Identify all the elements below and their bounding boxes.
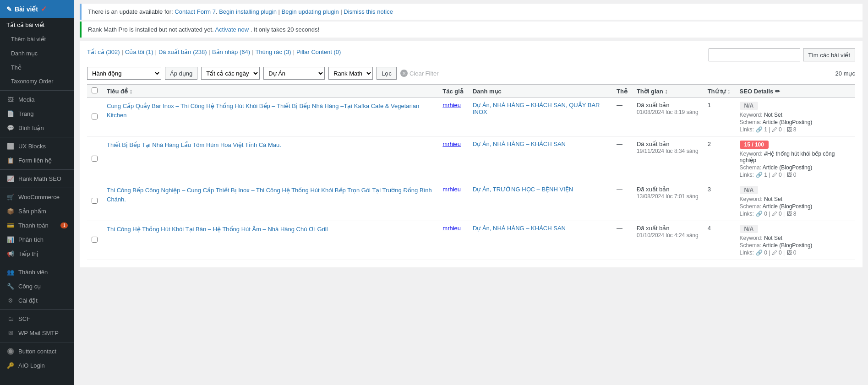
row-checkbox[interactable] — [92, 156, 98, 162]
sidebar-item-trang[interactable]: 📄 Trang — [0, 107, 74, 121]
sidebar-item-wp-mail-smtp[interactable]: ✉ WP Mail SMTP — [0, 326, 74, 340]
contact-form-7-link[interactable]: Contact Form 7 — [175, 8, 216, 15]
seo-col-header: SEO Details ✏ — [735, 85, 855, 98]
item-count: 20 mục — [835, 70, 855, 77]
clear-filter-button[interactable]: ✕ Clear Filter — [400, 70, 439, 77]
cong-cu-icon: 🔧 — [6, 283, 15, 290]
date-status: Đã xuất bản — [637, 141, 670, 147]
sidebar-item-woocommerce[interactable]: 🛒 WooCommerce — [0, 190, 74, 204]
post-title-link[interactable]: Thi Công Bếp Công Nghiệp – Cung Cấp Thiế… — [107, 187, 432, 203]
sidebar-item-thanh-toan[interactable]: 💳 Thanh toán 1 — [0, 218, 74, 233]
row-checkbox-cell[interactable] — [87, 221, 102, 260]
seo-links-line: Links: 🔗 1 | 🖊 0 | 🖼 0 — [740, 172, 851, 178]
links-value: 🔗 1 | 🖊 0 | 🖼 0 — [756, 172, 797, 178]
category-link[interactable]: Dự Án, NHÀ HÀNG – KHÁCH SAN, QUẦY BAR IN… — [473, 102, 600, 115]
sidebar-item-label: WP Mail SMTP — [18, 330, 59, 336]
sidebar-item-phan-tich[interactable]: 📊 Phân tích — [0, 233, 74, 247]
post-title-link[interactable]: Thiết Bị Bếp Tại Nhà Hàng Lẩu Tôm Hùm Ho… — [107, 141, 281, 148]
sidebar-item-label: Sản phẩm — [18, 208, 46, 215]
begin-installing-link[interactable]: Begin installing plugin — [219, 8, 277, 15]
row-checkbox-cell[interactable] — [87, 182, 102, 221]
sep1 — [0, 90, 74, 91]
filter-tab-tat-ca[interactable]: Tất cả (302) — [87, 49, 120, 61]
ux-icon: ⬜ — [6, 143, 15, 150]
category-link[interactable]: Dự Án, TRƯỜNG HỌC – BỆNH VIỆN — [473, 186, 573, 193]
sidebar-item-cong-cu[interactable]: 🔧 Công cụ — [0, 279, 74, 293]
rank-math-filter-select[interactable]: Rank Math Tất cả — [328, 67, 373, 80]
sidebar-item-label: WooCommerce — [18, 194, 60, 201]
filter-tab-cua-toi[interactable]: Của tôi (1) — [125, 49, 153, 61]
category-filter-select[interactable]: Dự Án Tất cả danh mục — [263, 67, 325, 80]
sidebar-item-label: UX Blocks — [18, 143, 46, 150]
sidebar-item-label: Trang — [18, 110, 33, 117]
sidebar-item-ux-blocks[interactable]: ⬜ UX Blocks — [0, 139, 74, 153]
filter-tabs-row: Tất cả (302) | Của tôi (1) | Đã xuất bản… — [87, 49, 855, 61]
seo-keyword-line: Keyword: #Hệ thống hút khói bếp công ngh… — [740, 151, 851, 163]
post-title-link[interactable]: Cung Cấp Quầy Bar Inox – Thi Công Hệ Thố… — [107, 103, 419, 119]
sidebar-item-button-contact[interactable]: 🔘 Button contact — [0, 344, 74, 358]
sidebar-item-danh-muc[interactable]: Danh mục — [0, 46, 74, 60]
sidebar-item-binh-luan[interactable]: 💬 Bình luận — [0, 121, 74, 135]
order-sort-link[interactable]: Thứ tự ↕ — [708, 88, 731, 95]
sidebar-item-tat-ca-bai-viet[interactable]: Tất cả bài viết — [0, 18, 74, 32]
row-title-cell: Cung Cấp Quầy Bar Inox – Thi Công Hệ Thố… — [102, 98, 438, 137]
category-link[interactable]: Dự Án, NHÀ HÀNG – KHÁCH SAN — [473, 141, 566, 147]
author-link[interactable]: mrhieu — [442, 186, 461, 193]
post-title-link[interactable]: Thi Công Hệ Thống Hút Khói Tại Bàn – Hệ … — [107, 226, 328, 233]
schema-value: Article (BlogPosting) — [763, 242, 813, 249]
filter-tab-thung-rac[interactable]: Thùng rác (3) — [255, 49, 291, 61]
sidebar-item-label: Thanh toán — [18, 222, 49, 229]
author-link[interactable]: mrhieu — [442, 225, 461, 232]
filter-tab-da-xuat-ban[interactable]: Đã xuất bản (238) — [158, 49, 207, 61]
row-checkbox[interactable] — [92, 237, 98, 243]
sidebar-item-scf[interactable]: 🗂 SCF — [0, 312, 74, 326]
links-value: 🔗 0 | 🖊 0 | 🖼 0 — [756, 249, 797, 256]
filter-tab-pillar-content[interactable]: Pillar Content (0) — [296, 49, 341, 61]
begin-updating-link[interactable]: Begin updating plugin — [282, 8, 339, 15]
category-link[interactable]: Dự Án, NHÀ HÀNG – KHÁCH SAN — [473, 225, 566, 232]
sep-pipe6: | — [252, 49, 253, 61]
row-author-cell: mrhieu — [438, 221, 468, 260]
sidebar-item-rank-math-seo[interactable]: 📈 Rank Math SEO — [0, 172, 74, 186]
sidebar-item-thanh-vien[interactable]: 👥 Thành viên — [0, 265, 74, 279]
row-checkbox-cell[interactable] — [87, 98, 102, 137]
author-link[interactable]: mrhieu — [442, 102, 461, 108]
sidebar-item-media[interactable]: 🖼 Media — [0, 92, 74, 107]
sep-pipe4: | — [155, 49, 156, 61]
sidebar-item-the[interactable]: Thẻ — [0, 60, 74, 75]
search-input[interactable] — [709, 49, 800, 61]
dismiss-notice-link[interactable]: Dismiss this notice — [344, 8, 393, 15]
row-date-cell: Đã xuất bản 01/10/2024 lúc 4:24 sáng — [632, 221, 703, 260]
cai-dat-icon: ⚙ — [6, 297, 15, 304]
title-sort-link[interactable]: Tiêu đề ↕ — [107, 88, 132, 95]
search-button[interactable]: Tìm các bài viết — [803, 49, 855, 61]
author-link[interactable]: mrhieu — [442, 141, 461, 147]
date-filter-select[interactable]: Tất cả các ngày — [201, 67, 260, 80]
row-checkbox[interactable] — [92, 198, 98, 204]
links-value: 🔗 1 | 🖊 0 | 🖼 8 — [756, 126, 797, 133]
sidebar-item-them-bai-viet[interactable]: Thêm bài viết — [0, 32, 74, 46]
sidebar-item-tiep-thi[interactable]: 📢 Tiếp thị — [0, 247, 74, 261]
loc-button[interactable]: Lọc — [377, 67, 397, 80]
table-header-row: Tiêu đề ↕ Tác giả Danh mục Thẻ Thời gian… — [87, 85, 855, 98]
date-sort-link[interactable]: Thời gian ↕ — [637, 88, 668, 95]
phan-tich-icon: 📊 — [6, 236, 15, 243]
rank-math-notice-text: Rank Math Pro is installed but not activ… — [88, 26, 215, 33]
sidebar-item-aio-login[interactable]: 🔑 AIO Login — [0, 358, 74, 373]
sidebar-item-san-pham[interactable]: 📦 Sản phẩm — [0, 204, 74, 218]
bulk-action-select[interactable]: Hành động Sửa Xóa hẳn Chuyển vào thùng r… — [87, 67, 161, 80]
thanh-toan-icon: 💳 — [6, 222, 15, 229]
select-all-col[interactable] — [87, 85, 102, 98]
filter-tab-ban-nhap[interactable]: Bản nháp (64) — [212, 49, 250, 61]
sidebar-item-taxonomy-order[interactable]: Taxonomy Order — [0, 75, 74, 88]
seo-badge: 15 / 100 — [740, 141, 769, 149]
select-all-checkbox[interactable] — [92, 87, 98, 93]
row-checkbox[interactable] — [92, 114, 98, 119]
apply-button[interactable]: Áp dụng — [165, 67, 197, 80]
activate-now-link[interactable]: Activate now — [215, 26, 249, 33]
row-checkbox-cell[interactable] — [87, 137, 102, 182]
sidebar-item-form-lien-he[interactable]: 📋 Form liên hệ — [0, 153, 74, 168]
sidebar-header[interactable]: ✎ Bài viết ✓ — [0, 0, 74, 18]
row-date-cell: Đã xuất bản 01/08/2024 lúc 8:19 sáng — [632, 98, 703, 137]
sidebar-item-cai-dat[interactable]: ⚙ Cài đặt — [0, 293, 74, 308]
